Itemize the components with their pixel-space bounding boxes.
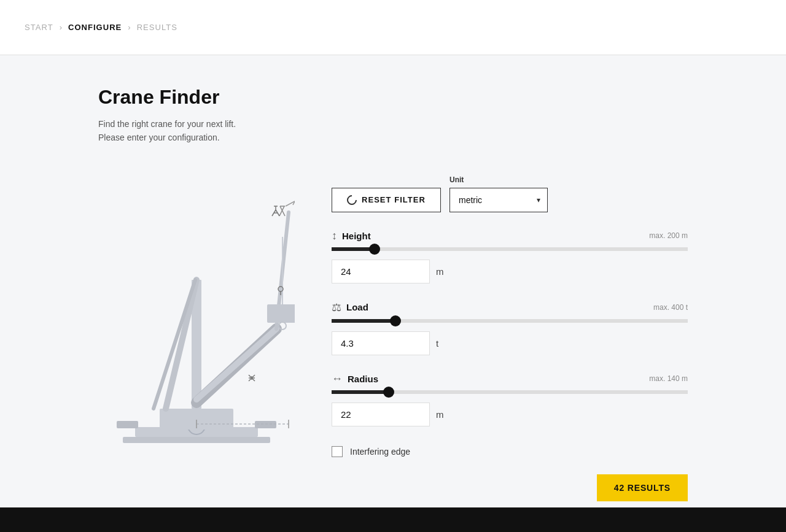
- unit-select-wrapper: metric imperial ▾: [449, 188, 548, 212]
- top-controls: RESET FILTER Unit metric imperial ▾: [332, 175, 688, 212]
- results-button[interactable]: 42 RESULTS: [597, 474, 688, 501]
- load-label-row: ⚖ Load: [332, 301, 368, 314]
- height-label-row: ↕ Height: [332, 229, 371, 242]
- height-max: max. 200 m: [649, 231, 688, 240]
- interfering-edge-row: Interfering edge: [332, 446, 688, 457]
- load-label: Load: [346, 302, 368, 312]
- breadcrumb-start[interactable]: START: [25, 23, 53, 32]
- header: START › CONFIGURE › RESULTS: [0, 0, 786, 55]
- radius-icon: ↔: [332, 372, 343, 385]
- svg-line-16: [280, 206, 285, 216]
- height-unit: m: [436, 266, 444, 277]
- page-subtitle: Find the right crane for your next lift.…: [98, 117, 688, 145]
- breadcrumb-chevron-2: ›: [128, 23, 130, 32]
- crane-illustration: [98, 169, 295, 464]
- height-slider-group: ↕ Height max. 200 m m: [332, 229, 688, 283]
- height-input[interactable]: [332, 260, 430, 283]
- unit-label: Unit: [449, 175, 548, 184]
- load-header: ⚖ Load max. 400 t: [332, 301, 688, 314]
- breadcrumb-results[interactable]: RESULTS: [137, 23, 177, 32]
- content-row: RESET FILTER Unit metric imperial ▾: [98, 169, 688, 501]
- controls-panel: RESET FILTER Unit metric imperial ▾: [332, 169, 688, 501]
- svg-rect-14: [267, 304, 295, 323]
- radius-input-row: m: [332, 403, 688, 426]
- radius-label: Radius: [348, 374, 378, 384]
- breadcrumb: START › CONFIGURE › RESULTS: [25, 23, 177, 32]
- unit-select[interactable]: metric imperial: [449, 188, 548, 212]
- load-input[interactable]: [332, 331, 430, 355]
- height-header: ↕ Height max. 200 m: [332, 229, 688, 242]
- load-unit: t: [436, 338, 438, 349]
- radius-max: max. 140 m: [649, 374, 688, 383]
- radius-unit: m: [436, 409, 444, 420]
- footer: [0, 507, 786, 532]
- height-label: Height: [342, 231, 371, 241]
- load-icon: ⚖: [332, 301, 341, 314]
- radius-header: ↔ Radius max. 140 m: [332, 372, 688, 385]
- page-title: Crane Finder: [98, 86, 688, 109]
- radius-slider-group: ↔ Radius max. 140 m m: [332, 372, 688, 426]
- interfering-edge-label: Interfering edge: [350, 447, 410, 457]
- radius-label-row: ↔ Radius: [332, 372, 378, 385]
- svg-rect-1: [123, 437, 270, 443]
- load-max: max. 400 t: [653, 303, 688, 312]
- height-input-row: m: [332, 260, 688, 283]
- height-track[interactable]: [332, 247, 688, 251]
- main-content: Crane Finder Find the right crane for yo…: [0, 55, 786, 532]
- unit-group: Unit metric imperial ▾: [449, 175, 548, 212]
- svg-line-9: [196, 329, 276, 399]
- svg-line-11: [154, 280, 195, 409]
- interfering-edge-checkbox[interactable]: [332, 446, 343, 457]
- reset-icon: [345, 193, 359, 207]
- breadcrumb-chevron-1: ›: [60, 23, 62, 32]
- svg-rect-2: [117, 421, 138, 428]
- breadcrumb-configure[interactable]: CONFIGURE: [68, 23, 122, 32]
- svg-line-17: [279, 206, 284, 216]
- load-track[interactable]: [332, 319, 688, 323]
- load-input-row: t: [332, 331, 688, 355]
- height-icon: ↕: [332, 229, 337, 242]
- load-slider-group: ⚖ Load max. 400 t t: [332, 301, 688, 355]
- radius-input[interactable]: [332, 403, 430, 426]
- svg-rect-3: [255, 421, 276, 428]
- reset-filter-button[interactable]: RESET FILTER: [332, 188, 441, 212]
- radius-track[interactable]: [332, 390, 688, 394]
